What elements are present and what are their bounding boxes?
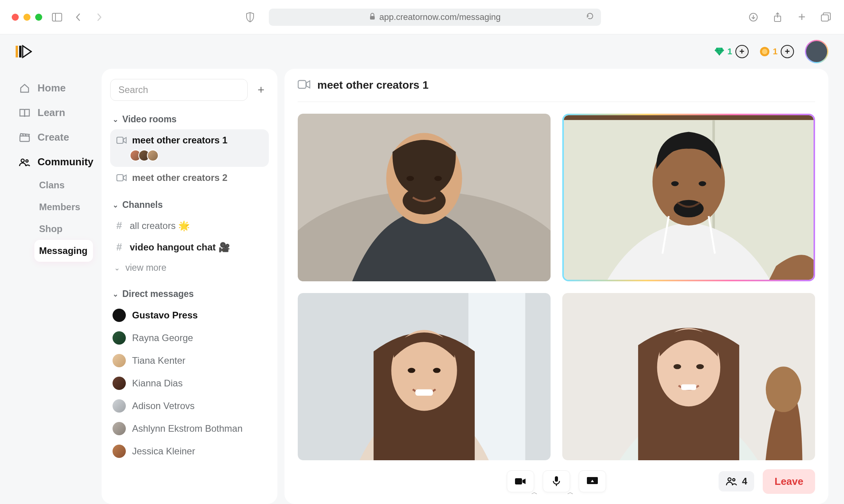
svg-marker-24 <box>306 81 310 88</box>
dm-item[interactable]: Rayna George <box>110 327 269 349</box>
dm-name: Tiana Kenter <box>132 355 186 366</box>
download-icon[interactable] <box>747 11 760 23</box>
video-tile-4[interactable] <box>562 293 815 461</box>
minimize-window-button[interactable] <box>23 14 30 21</box>
window-controls <box>12 14 42 21</box>
channel-video-hangout[interactable]: # video hangout chat 🎥 <box>110 236 269 258</box>
channel-label: video hangout chat 🎥 <box>130 242 230 253</box>
mic-toggle[interactable]: ︿ <box>543 470 570 492</box>
clapper-icon <box>19 132 30 143</box>
video-room-1[interactable]: meet other creators 1 <box>110 129 269 167</box>
app-logo[interactable] <box>16 45 32 58</box>
section-label: Channels <box>122 200 163 210</box>
nav-clans[interactable]: Clans <box>34 174 93 196</box>
leave-button[interactable]: Leave <box>763 469 815 494</box>
maximize-window-button[interactable] <box>35 14 42 21</box>
svg-point-13 <box>762 49 767 54</box>
nav-sub-label: Members <box>39 202 80 213</box>
dm-item[interactable]: Kianna Dias <box>110 372 269 395</box>
nav-messaging[interactable]: Messaging <box>34 240 93 262</box>
chevron-up-icon[interactable]: ︿ <box>531 488 538 497</box>
nav-label: Learn <box>38 107 65 119</box>
video-tile-1[interactable] <box>298 114 551 281</box>
dm-item[interactable]: Ashlynn Ekstrom Bothman <box>110 417 269 440</box>
avatar <box>113 399 126 413</box>
section-channels[interactable]: ⌄ Channels <box>110 195 269 215</box>
app-topbar: 1 + 1 + <box>0 34 844 69</box>
video-tile-3[interactable] <box>298 293 551 461</box>
video-icon <box>116 136 127 144</box>
nav-sub-label: Shop <box>39 223 63 234</box>
nav-home[interactable]: Home <box>14 76 93 100</box>
profile-avatar[interactable] <box>805 40 828 63</box>
shield-icon[interactable] <box>244 11 256 23</box>
nav-community[interactable]: Community <box>14 150 93 174</box>
sidebar-toggle-icon[interactable] <box>51 11 63 23</box>
channel-all-creators[interactable]: # all creators 🌟 <box>110 215 269 236</box>
nav-sub-label: Messaging <box>39 245 88 256</box>
coin-count: 1 <box>773 46 778 57</box>
dm-name: Gustavo Press <box>132 310 198 321</box>
add-gems-button[interactable]: + <box>735 45 749 58</box>
svg-marker-53 <box>522 479 526 484</box>
new-tab-icon[interactable]: + <box>796 11 808 23</box>
share-icon[interactable] <box>771 11 784 23</box>
search-input[interactable] <box>110 79 248 101</box>
section-direct-messages[interactable]: ⌄ Direct messages <box>110 284 269 304</box>
new-conversation-button[interactable]: + <box>253 82 269 98</box>
add-coins-button[interactable]: + <box>781 45 794 58</box>
messaging-sidebar: + ⌄ Video rooms meet other creators 1 me… <box>102 69 277 504</box>
video-grid <box>298 102 815 460</box>
video-tile-2[interactable] <box>562 114 815 281</box>
nav-shop[interactable]: Shop <box>34 218 93 240</box>
screenshare-toggle[interactable] <box>579 470 606 492</box>
video-room-2[interactable]: meet other creators 2 <box>110 167 269 189</box>
gem-balance[interactable]: 1 + <box>714 45 749 58</box>
dm-item[interactable]: Jessica Kleiner <box>110 440 269 463</box>
close-window-button[interactable] <box>12 14 19 21</box>
participant-number: 4 <box>742 476 747 487</box>
avatar <box>113 377 126 390</box>
svg-rect-21 <box>117 175 123 181</box>
coin-balance[interactable]: 1 + <box>760 45 794 58</box>
nav-members[interactable]: Members <box>34 196 93 218</box>
people-icon <box>726 477 737 486</box>
section-label: Video rooms <box>122 114 177 125</box>
avatar <box>113 309 126 322</box>
chevron-down-icon: ⌄ <box>114 264 120 272</box>
dm-item[interactable]: Tiana Kenter <box>110 349 269 372</box>
svg-rect-41 <box>468 293 526 461</box>
video-call-panel: meet other creators 1 <box>284 69 828 504</box>
url-text: app.creatornow.com/messaging <box>379 12 501 22</box>
dm-item[interactable]: Adison Vetrovs <box>110 395 269 417</box>
nav-community-sub: Clans Members Shop Messaging <box>14 174 93 262</box>
svg-point-30 <box>434 176 442 181</box>
svg-point-50 <box>696 364 704 369</box>
nav-label: Create <box>38 131 69 143</box>
svg-rect-0 <box>52 13 62 21</box>
participant-avatars <box>116 150 263 161</box>
participant-count[interactable]: 4 <box>719 471 754 491</box>
svg-marker-10 <box>23 46 31 57</box>
view-more-label: view more <box>125 263 166 273</box>
dm-item[interactable]: Gustavo Press <box>110 304 269 327</box>
hash-icon: # <box>114 220 124 232</box>
primary-nav: Home Learn Create Community Clans Member… <box>0 69 102 504</box>
svg-rect-32 <box>564 115 814 120</box>
room-title: meet other creators 1 <box>317 79 429 91</box>
section-video-rooms[interactable]: ⌄ Video rooms <box>110 109 269 129</box>
chevron-up-icon[interactable]: ︿ <box>567 488 574 497</box>
channels-view-more[interactable]: ⌄ view more <box>110 258 269 278</box>
forward-button[interactable] <box>93 11 106 23</box>
avatar <box>113 445 126 458</box>
svg-rect-23 <box>298 80 306 88</box>
nav-learn[interactable]: Learn <box>14 100 93 125</box>
tabs-icon[interactable] <box>820 11 832 23</box>
camera-toggle[interactable]: ︿ <box>507 470 534 492</box>
url-bar[interactable]: app.creatornow.com/messaging <box>269 9 601 26</box>
dm-name: Jessica Kleiner <box>132 446 195 457</box>
back-button[interactable] <box>72 11 84 23</box>
nav-create[interactable]: Create <box>14 125 93 150</box>
reload-icon[interactable] <box>586 12 594 22</box>
svg-marker-20 <box>123 138 126 143</box>
